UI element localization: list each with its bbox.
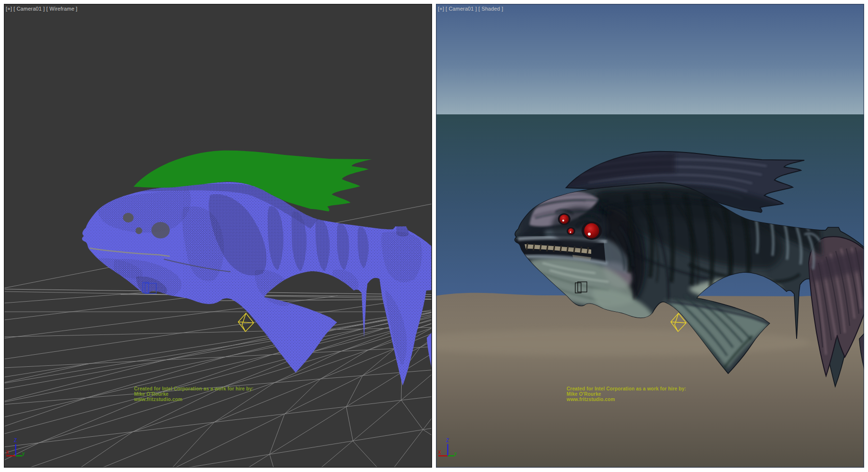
svg-text:Z: Z	[446, 438, 449, 443]
svg-text:y: y	[22, 451, 25, 456]
svg-text:Z: Z	[14, 438, 17, 443]
svg-text:X: X	[6, 450, 9, 455]
svg-text:X: X	[438, 450, 441, 455]
svg-text:y: y	[454, 451, 457, 456]
